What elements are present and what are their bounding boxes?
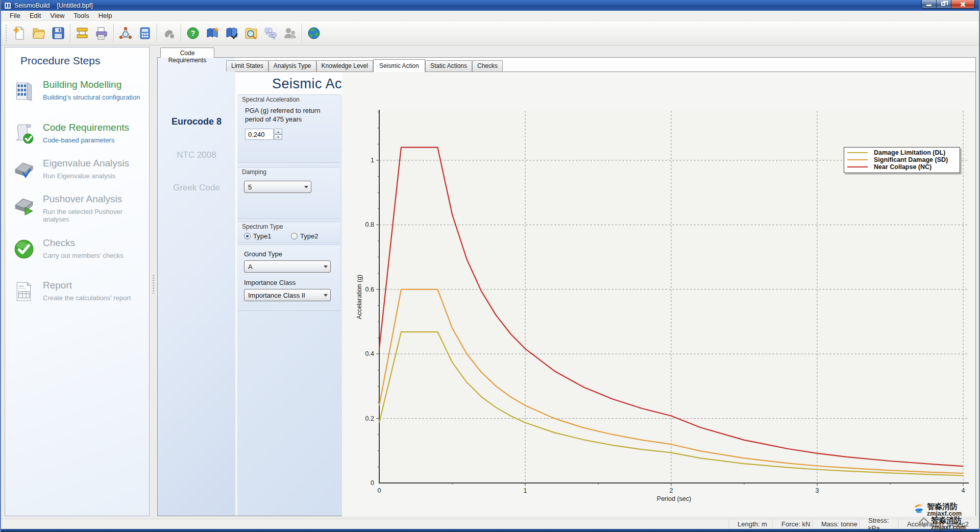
step-title: Report (43, 280, 131, 291)
chevron-down-icon (324, 265, 328, 270)
window-bottom-edge (1, 529, 979, 532)
step-subtitle: Building's structural configuration (43, 93, 140, 101)
menu-file[interactable]: File (5, 11, 25, 20)
tab-seismic-action[interactable]: Seismic Action (373, 59, 425, 72)
tab-static-actions[interactable]: Static Actions (425, 60, 472, 71)
step-pushover-analysis: Pushover AnalysisRun the selected Pushov… (11, 194, 144, 225)
spectrum-chart-region: 00.20.40.60.8101234Period (sec)Accelarat… (342, 72, 975, 516)
seismobuild-window: SeismoBuild [Untitled.bpf] File Edit Vie… (0, 0, 980, 532)
group-label: Spectral Acceleration (242, 96, 300, 103)
tab-checks[interactable]: Checks (472, 60, 503, 71)
svg-text:Accelaration (g): Accelaration (g) (356, 275, 363, 320)
spectral-acceleration-group: Spectral Acceleration PGA (g) referred t… (238, 94, 340, 163)
caption-buttons (921, 0, 975, 9)
restore-icon (941, 2, 945, 6)
damping-select[interactable]: 5 (244, 181, 311, 193)
calculator-icon[interactable] (135, 23, 155, 43)
ground-type-select[interactable]: A (244, 260, 331, 273)
tutorial-book-icon[interactable] (203, 23, 222, 43)
tab-limit-states[interactable]: Limit States (226, 60, 268, 71)
legend-item: Significant Damage (SD) (847, 156, 957, 163)
svg-text:0: 0 (371, 479, 374, 487)
eigenvalue-icon (12, 158, 36, 181)
outer-tab-code-requirements[interactable]: Code Requirements (160, 47, 214, 58)
browse-examples-icon[interactable] (241, 23, 261, 43)
radio-icon (291, 233, 298, 239)
watermark-text-url: zmjaxf.com (931, 524, 966, 531)
support-disabled-icon (280, 23, 300, 43)
print-report-icon[interactable] (92, 23, 111, 43)
code-greek: Greek Code (158, 183, 235, 193)
close-icon (960, 2, 966, 7)
step-report: ReportCreate the calculations' report (11, 280, 144, 311)
pga-input[interactable] (245, 129, 274, 140)
tab-analysis-type[interactable]: Analysis Type (268, 60, 316, 71)
step-eigenvalue-analysis: Eigenvalue AnalysisRun Eigenvalue analys… (11, 158, 144, 189)
step-building-modelling[interactable]: Building ModellingBuilding's structural … (11, 79, 144, 111)
legend-item: Damage Limitation (DL) (847, 149, 957, 156)
code-requirements-panel: Eurocode 8 NTC 2008 Greek Code Limit Sta… (157, 57, 976, 516)
close-button[interactable] (951, 0, 974, 9)
spectrum-chart: 00.20.40.60.8101234Period (sec)Accelarat… (342, 72, 975, 516)
website-icon[interactable] (304, 23, 324, 43)
watermark: 智淼消防 zmjaxf.com 智淼消防 zmjaxf.com (913, 502, 980, 532)
pushover-icon (12, 194, 36, 217)
radio-type2[interactable]: Type2 (291, 232, 318, 240)
menu-view[interactable]: View (45, 11, 69, 20)
menu-tools[interactable]: Tools (69, 11, 93, 20)
ground-type-label: Ground Type (244, 250, 282, 258)
scroll-check-icon (12, 122, 36, 146)
toolbar-separator (113, 24, 114, 42)
help-icon[interactable]: ? (183, 23, 203, 43)
status-force: Force: kN (773, 519, 813, 529)
forum-icon[interactable] (261, 23, 280, 43)
tab-knowledge-level[interactable]: Knowledge Level (316, 60, 373, 71)
restore-button[interactable] (937, 0, 951, 9)
svg-text:0.4: 0.4 (365, 350, 374, 357)
toolbar-separator (70, 24, 70, 42)
radio-icon (244, 233, 251, 239)
procedure-steps-header: Procedure Steps (20, 55, 100, 67)
step-code-requirements[interactable]: Code RequirementsCode-based parameters (11, 122, 144, 154)
svg-text:0.2: 0.2 (365, 415, 374, 422)
svg-text:0: 0 (378, 487, 381, 494)
svg-text:1: 1 (524, 487, 527, 494)
watermark-logo-icon (913, 502, 926, 516)
pga-spin-down-icon[interactable]: ▼ (274, 134, 282, 140)
step-subtitle: Carry out members' checks (43, 252, 124, 259)
importance-class-select[interactable]: Importance Class II (244, 289, 331, 301)
save-icon[interactable] (48, 23, 68, 43)
menu-bar: File Edit View Tools Help (1, 11, 979, 21)
toolbar-separator (157, 24, 157, 42)
pga-spin-up-icon[interactable]: ▲ (274, 129, 282, 134)
splitter-grip-icon (153, 274, 154, 294)
panel-splitter[interactable] (151, 47, 156, 516)
menu-help[interactable]: Help (94, 11, 117, 20)
section-manager-icon[interactable] (72, 23, 92, 43)
checks-book-icon[interactable] (222, 23, 241, 43)
spectrum-type-group: Spectrum Type Type1 Type2 (238, 222, 340, 243)
status-mass: Mass: tonne (813, 519, 860, 529)
menu-edit[interactable]: Edit (25, 11, 45, 20)
toolbar-separator (302, 24, 302, 42)
model-viewer-icon[interactable] (116, 23, 135, 43)
chevron-down-icon (324, 294, 328, 299)
svg-text:4: 4 (962, 487, 965, 494)
seismic-action-content: Seismic ActionSelect the pga and the spe… (235, 71, 975, 516)
open-project-icon[interactable] (29, 23, 48, 43)
main-area: Code Requirements Eurocode 8 NTC 2008 Gr… (157, 47, 976, 516)
code-eurocode8[interactable]: Eurocode 8 (158, 116, 235, 127)
radio-type1[interactable]: Type1 (244, 232, 271, 240)
step-checks: ChecksCarry out members' checks (11, 237, 144, 269)
importance-class-label: Importance Class (244, 279, 296, 286)
building-icon (12, 79, 36, 103)
codes-nav: Eurocode 8 NTC 2008 Greek Code (158, 58, 235, 516)
minimize-button[interactable] (922, 0, 937, 9)
ground-type-group: Ground Type A Importance Class Importanc… (238, 245, 340, 311)
step-title: Code Requirements (43, 122, 129, 133)
watermark-diamond-icon (918, 516, 930, 528)
watermark-text-cn: 智淼消防 (927, 502, 962, 511)
step-subtitle: Code-based parameters (43, 136, 129, 144)
new-project-icon[interactable] (10, 23, 29, 43)
parameters-column: Spectral Acceleration PGA (g) referred t… (237, 94, 342, 516)
